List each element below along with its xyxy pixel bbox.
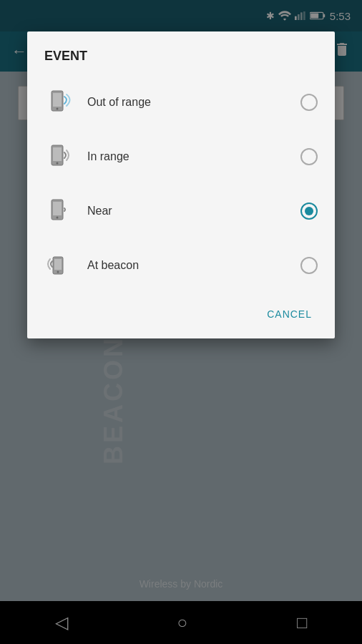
svg-rect-11 [53,147,62,161]
near-radio[interactable] [300,203,318,220]
in-range-icon [44,140,79,174]
near-label: Near [87,205,300,218]
svg-point-9 [57,108,59,110]
svg-rect-14 [53,202,62,215]
svg-point-15 [57,217,59,219]
svg-rect-8 [53,93,62,107]
out-of-range-label: Out of range [87,96,300,109]
dialog-title: EVENT [27,49,335,75]
option-in-range[interactable]: In range [27,130,335,184]
event-dialog: EVENT Out of range [27,31,335,338]
option-near[interactable]: Near [27,184,335,238]
at-beacon-radio[interactable] [300,257,318,274]
dialog-actions: CANCEL [27,296,335,333]
svg-rect-17 [54,259,62,270]
at-beacon-icon [44,248,79,283]
out-of-range-radio[interactable] [300,94,318,111]
svg-point-12 [57,162,59,165]
option-out-of-range[interactable]: Out of range [27,75,335,130]
svg-point-18 [57,271,59,273]
cancel-button[interactable]: CANCEL [255,301,323,327]
near-radio-fill [305,207,313,215]
option-at-beacon[interactable]: At beacon [27,238,335,293]
in-range-radio[interactable] [300,148,318,165]
in-range-label: In range [87,150,300,163]
out-of-range-icon [44,85,79,119]
near-icon [44,194,79,228]
at-beacon-label: At beacon [87,259,300,272]
